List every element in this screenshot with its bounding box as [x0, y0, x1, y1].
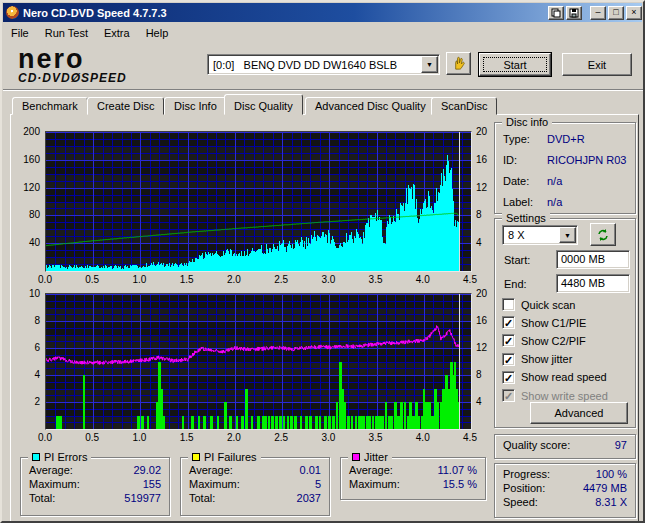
checkbox-show-c1-pie[interactable]: ✓Show C1/PIE: [502, 316, 586, 329]
tab-scandisc[interactable]: ScanDisc: [431, 97, 497, 115]
pi-errors-chart: [45, 131, 472, 272]
start-button-label: Start: [503, 59, 526, 71]
position-value: 4479 MB: [583, 482, 627, 494]
app-icon: [6, 6, 19, 19]
minimize-button[interactable]: –: [590, 6, 606, 20]
window-title: Nero CD-DVD Speed 4.7.7.3: [23, 7, 546, 19]
checkbox-show-c2-pif[interactable]: ✓Show C2/PIF: [502, 334, 586, 347]
scan-start-input[interactable]: 0000 MB: [556, 250, 630, 269]
checkbox-box[interactable]: ✓: [502, 353, 515, 366]
refresh-button[interactable]: [590, 223, 616, 246]
pif-total-value: 2037: [297, 492, 321, 504]
jitter-swatch: [352, 453, 360, 461]
settings-title: Settings: [502, 212, 550, 224]
axis-tick-label: 3.5: [361, 274, 391, 285]
checkbox-box[interactable]: ✓: [502, 371, 515, 384]
tab-disc-quality[interactable]: Disc Quality: [224, 94, 303, 115]
tab-disc-info[interactable]: Disc Info: [164, 97, 227, 115]
axis-tick-label: 0.5: [77, 432, 107, 443]
axis-tick-label: 4.0: [408, 274, 438, 285]
pie-total-value: 519977: [124, 492, 161, 504]
drive-select-value: [0:0] BENQ DVD DD DW1640 BSLB: [208, 59, 420, 71]
pi-failures-chart: [45, 293, 472, 430]
axis-tick-label: 12: [476, 182, 487, 193]
pie-average-value: 29.02: [133, 464, 161, 476]
advanced-button[interactable]: Advanced: [530, 402, 628, 424]
axis-tick-label: 3.0: [313, 274, 343, 285]
pi-errors-swatch: [32, 453, 40, 461]
checkbox-show-jitter[interactable]: ✓Show jitter: [502, 353, 572, 366]
progress-label: Progress:: [503, 468, 550, 480]
pi-errors-legend: PI Errors: [28, 451, 91, 463]
disc-date-label: Date:: [503, 175, 547, 187]
axis-tick-label: 0.5: [77, 274, 107, 285]
disc-info-title: Disc info: [502, 116, 552, 128]
refresh-icon: [596, 228, 610, 242]
pie-average-label: Average:: [29, 464, 73, 476]
hand-icon: [451, 56, 466, 71]
axis-tick-label: 8: [12, 315, 40, 326]
disc-type-label: Type:: [503, 133, 547, 145]
menu-run-test[interactable]: Run Test: [37, 24, 96, 42]
axis-tick-label: 3.0: [313, 432, 343, 443]
axis-tick-label: 1.0: [124, 274, 154, 285]
checkbox-box[interactable]: [502, 298, 515, 311]
quality-score-panel: Quality score: 97: [494, 434, 636, 459]
axis-tick-label: 2.0: [219, 432, 249, 443]
menu-help[interactable]: Help: [138, 24, 177, 42]
maximize-button[interactable]: □: [608, 6, 624, 20]
axis-tick-label: 4.5: [455, 432, 485, 443]
copy-screenshot-button[interactable]: [548, 6, 564, 20]
close-button[interactable]: ×: [626, 6, 642, 20]
axis-tick-label: 40: [12, 237, 40, 248]
disc-id-value: RICOHJPN R03: [547, 154, 626, 166]
axis-tick-label: 8: [476, 369, 482, 380]
chevron-down-icon[interactable]: ▼: [559, 227, 576, 243]
jitter-legend: Jitter: [348, 451, 392, 463]
start-button[interactable]: Start: [479, 53, 551, 76]
checkbox-show-write-speed: ✓Show write speed: [502, 389, 608, 402]
pi-failures-group: PI Failures Average:0.01 Maximum:5 Total…: [180, 457, 330, 516]
drive-select[interactable]: [0:0] BENQ DVD DD DW1640 BSLB ▼: [207, 54, 440, 75]
eject-control-button[interactable]: [446, 52, 471, 75]
speed-label: Speed:: [503, 496, 538, 508]
checkbox-label: Show jitter: [521, 353, 572, 365]
tab-advanced-disc-quality[interactable]: Advanced Disc Quality: [305, 97, 436, 115]
scan-end-label: End:: [504, 278, 527, 290]
menu-file[interactable]: File: [3, 24, 37, 42]
nero-logo-subtitle: CD·DVDØSPEED: [18, 71, 168, 85]
jitter-group: Jitter Average:11.07 % Maximum:15.5 %: [340, 457, 486, 500]
pi-failures-title: PI Failures: [204, 451, 257, 463]
checkbox-quick-scan[interactable]: Quick scan: [502, 298, 575, 311]
save-results-button[interactable]: [566, 6, 582, 20]
toolbar-divider: [3, 89, 644, 91]
advanced-button-label: Advanced: [555, 407, 604, 419]
axis-tick-label: 20: [476, 126, 487, 137]
checkbox-box[interactable]: ✓: [502, 334, 515, 347]
pif-maximum-value: 5: [315, 478, 321, 490]
menu-extra[interactable]: Extra: [96, 24, 138, 42]
jitter-average-value: 11.07 %: [437, 464, 477, 476]
scan-start-label: Start:: [504, 254, 530, 266]
pie-total-label: Total:: [29, 492, 55, 504]
axis-tick-label: 0.0: [30, 274, 60, 285]
checkbox-box[interactable]: ✓: [502, 316, 515, 329]
pie-maximum-value: 155: [143, 478, 161, 490]
axis-tick-label: 4: [476, 237, 482, 248]
tab-create-disc[interactable]: Create Disc: [87, 97, 164, 115]
nero-logo-wordmark: nero: [18, 47, 168, 71]
jitter-maximum-value: 15.5 %: [443, 478, 477, 490]
axis-tick-label: 12: [476, 342, 487, 353]
chevron-down-icon[interactable]: ▼: [421, 56, 438, 73]
axis-tick-label: 120: [12, 182, 40, 193]
axis-tick-label: 2.5: [266, 432, 296, 443]
quality-score-label: Quality score:: [503, 439, 570, 451]
checkbox-label: Show C1/PIE: [521, 317, 586, 329]
speed-select[interactable]: 8 X ▼: [502, 225, 578, 245]
axis-tick-label: 0.0: [30, 432, 60, 443]
progress-panel: Progress: 100 % Position: 4479 MB Speed:…: [494, 463, 636, 518]
tab-benchmark[interactable]: Benchmark: [12, 97, 88, 115]
exit-button[interactable]: Exit: [562, 53, 632, 76]
checkbox-show-read-speed[interactable]: ✓Show read speed: [502, 371, 607, 384]
scan-end-input[interactable]: 4480 MB: [556, 274, 630, 293]
